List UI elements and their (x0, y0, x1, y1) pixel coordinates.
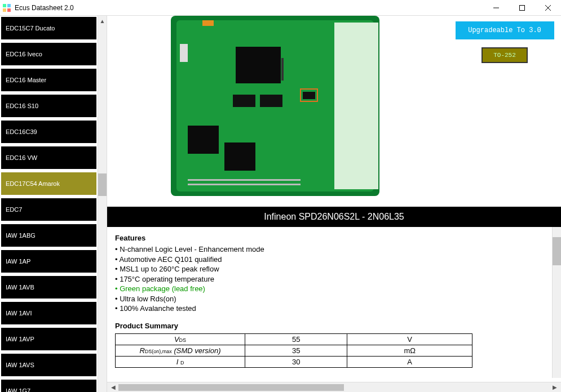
window-title: Ecus Datasheet 2.0 (15, 4, 483, 12)
datasheet-content: Features • N-channel Logic Level - Enhan… (107, 227, 552, 378)
svg-rect-14 (233, 95, 255, 107)
minimize-button[interactable] (483, 0, 509, 16)
feature-line: • Ultra low Rds(on) (115, 294, 544, 304)
sidebar-item[interactable]: IAW 1G7 (1, 380, 96, 392)
sidebar-item[interactable]: IAW 1ABG (1, 224, 96, 247)
scroll-left-icon[interactable]: ◀ (108, 384, 118, 391)
sidebar-item[interactable]: IAW 1AP (1, 250, 96, 273)
svg-rect-10 (236, 47, 281, 83)
feature-line: • Automotive AEC Q101 qualified (115, 255, 544, 265)
svg-rect-13 (224, 142, 255, 171)
close-button[interactable] (535, 0, 561, 16)
sidebar-item[interactable]: IAW 1AVS (1, 354, 96, 376)
content-scrollbar[interactable] (552, 227, 561, 378)
svg-rect-22 (188, 184, 301, 185)
svg-rect-12 (188, 126, 219, 154)
main-panel: Upgradeable To 3.0 TO-252 Infineon SPD26… (107, 16, 561, 392)
sidebar-item[interactable]: EDC16 VW (1, 146, 96, 169)
hscroll-thumb[interactable] (118, 384, 344, 391)
param-cell: I D (116, 356, 245, 367)
sidebar-item[interactable]: EDC16 Master (1, 69, 96, 91)
svg-rect-2 (3, 8, 6, 12)
svg-rect-5 (520, 5, 525, 10)
svg-rect-3 (7, 8, 11, 12)
sidebar-item[interactable]: IAW 1AVI (1, 302, 96, 324)
maximize-button[interactable] (509, 0, 535, 16)
sidebar-item[interactable]: EDC16 Iveco (1, 43, 96, 65)
svg-rect-17 (202, 20, 214, 26)
sidebar-item[interactable]: EDC16 S10 (1, 95, 96, 117)
summary-heading: Product Summary (115, 322, 544, 330)
scroll-right-icon[interactable]: ▶ (550, 384, 560, 391)
value-cell: 30 (245, 356, 347, 367)
table-row: I D30A (116, 356, 472, 367)
param-cell: RDS(on),max (SMD version) (116, 345, 245, 356)
feature-line: • 100% Avalanche tested (115, 304, 544, 314)
unit-cell: A (347, 356, 472, 367)
content-scroll-thumb[interactable] (553, 237, 561, 265)
feature-line: • N-channel Logic Level - Enhancement mo… (115, 244, 544, 255)
feature-line: • Green package (lead free) (115, 284, 544, 294)
package-button[interactable]: TO-252 (482, 47, 528, 63)
pcb-image (107, 16, 448, 207)
svg-rect-21 (188, 179, 301, 181)
features-heading: Features (115, 234, 544, 242)
scroll-up-icon[interactable]: ▲ (98, 16, 107, 26)
svg-rect-20 (180, 44, 188, 62)
sidebar-item[interactable]: EDC15C7 Ducato (1, 17, 96, 39)
svg-rect-1 (7, 4, 11, 7)
sidebar-item[interactable]: EDC17C54 Amarok (1, 172, 96, 195)
right-column: Upgradeable To 3.0 TO-252 (448, 16, 561, 207)
unit-cell: V (347, 333, 472, 345)
sidebar-scrollbar[interactable]: ▲ (98, 16, 107, 392)
svg-rect-0 (3, 4, 6, 7)
sidebar-scroll-thumb[interactable] (98, 173, 107, 196)
horizontal-scrollbar[interactable]: ◀ ▶ (107, 382, 561, 392)
svg-rect-19 (303, 92, 315, 99)
svg-rect-15 (260, 95, 282, 107)
window-controls (483, 0, 561, 16)
sidebar-item[interactable]: IAW 1AVP (1, 328, 96, 350)
sidebar-item[interactable]: EDC7 (1, 198, 96, 221)
svg-rect-16 (334, 23, 378, 189)
table-row: VDS55V (116, 333, 472, 345)
sidebar-item[interactable]: IAW 1AVB (1, 276, 96, 299)
value-cell: 35 (245, 345, 347, 356)
feature-line: • 175°C operating temperature (115, 274, 544, 284)
table-row: RDS(on),max (SMD version)35mΩ (116, 345, 472, 356)
app-icon (2, 3, 11, 12)
sidebar: EDC15C7 DucatoEDC16 IvecoEDC16 MasterEDC… (0, 16, 107, 392)
sidebar-item[interactable]: EDC16C39 (1, 121, 96, 143)
value-cell: 55 (245, 333, 347, 345)
titlebar: Ecus Datasheet 2.0 (0, 0, 561, 16)
svg-rect-11 (281, 58, 284, 81)
upgrade-button[interactable]: Upgradeable To 3.0 (456, 21, 554, 39)
summary-table: VDS55VRDS(on),max (SMD version)35mΩI D30… (115, 333, 472, 368)
datasheet-title: Infineon SPD26N06S2L - 2N06L35 (107, 207, 561, 227)
param-cell: VDS (116, 333, 245, 345)
unit-cell: mΩ (347, 345, 472, 356)
feature-line: • MSL1 up to 260°C peak reflow (115, 264, 544, 274)
